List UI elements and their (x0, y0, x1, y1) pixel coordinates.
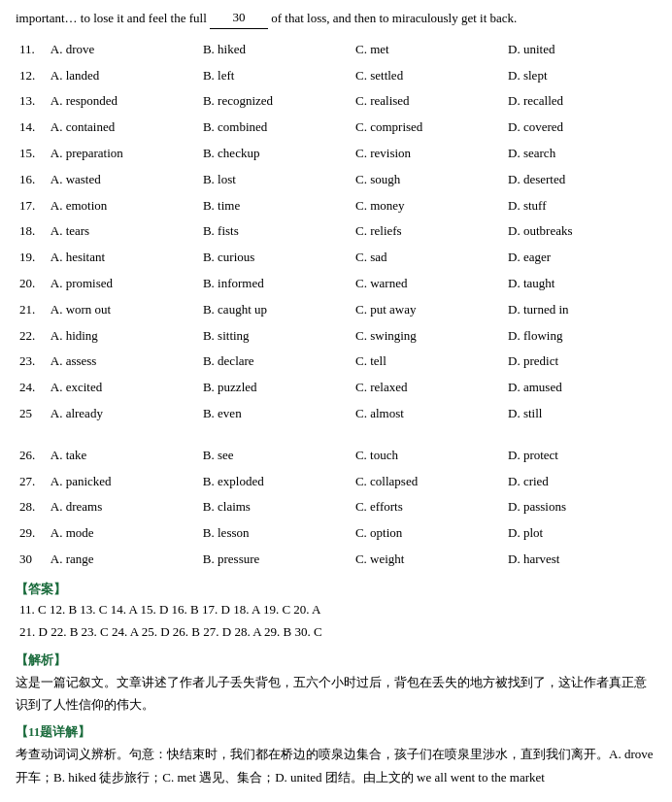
q-opt-a: A. worn out (47, 297, 199, 323)
table-row: 12. A. landed B. left C. settled D. slep… (16, 63, 656, 89)
q-opt-b: B. lost (199, 167, 352, 193)
table-row: 16. A. wasted B. lost C. sough D. desert… (16, 167, 656, 193)
answers-label: 【答案】 (16, 582, 66, 596)
q-opt-d: D. still (504, 401, 656, 427)
q-opt-c: C. almost (352, 401, 504, 427)
answers-row1: 11. C 12. B 13. C 14. A 15. D 16. B 17. … (19, 598, 656, 620)
q-num: 20. (16, 271, 47, 297)
q-num: 17. (16, 193, 47, 219)
q-opt-b: B. fists (199, 218, 352, 245)
q-opt-c: C. reliefs (352, 218, 504, 245)
table-row: 28. A. dreams B. claims C. efforts D. pa… (16, 494, 656, 520)
q-num: 27. (16, 469, 47, 495)
table-row: 21. A. worn out B. caught up C. put away… (16, 297, 656, 323)
q-opt-a: A. mode (47, 520, 199, 547)
q-opt-d: D. predict (504, 349, 656, 375)
analysis-label: 【解析】 (16, 652, 656, 669)
q-opt-a: A. dreams (47, 494, 199, 520)
q-opt-b: B. hiked (199, 37, 352, 63)
table-row: 26. A. take B. see C. touch D. protect (16, 443, 656, 469)
q-opt-c: C. sad (352, 245, 504, 271)
q-opt-a: A. hesitant (47, 245, 199, 271)
q-opt-d: D. harvest (504, 547, 656, 573)
q-opt-c: C. efforts (352, 494, 504, 520)
q-opt-a: A. promised (47, 271, 199, 297)
q-opt-b: B. checkup (199, 141, 352, 167)
q-opt-c: C. relaxed (352, 375, 504, 401)
q-opt-a: A. range (47, 547, 199, 573)
q-opt-d: D. taught (504, 271, 656, 297)
q-num: 14. (16, 115, 47, 141)
table-row: 15. A. preparation B. checkup C. revisio… (16, 141, 656, 167)
q-opt-d: D. deserted (504, 167, 656, 193)
top-paragraph: important… to lose it and feel the full … (16, 8, 656, 29)
q-opt-a: A. assess (47, 349, 199, 375)
q-opt-d: D. outbreaks (504, 218, 656, 245)
q-num: 23. (16, 349, 47, 375)
q-opt-d: D. stuff (504, 193, 656, 219)
q-num: 21. (16, 297, 47, 323)
q-opt-b: B. puzzled (199, 375, 352, 401)
table-row: 13. A. responded B. recognized C. realis… (16, 88, 656, 115)
q-opt-d: D. plot (504, 520, 656, 547)
table-row: 29. A. mode B. lesson C. option D. plot (16, 520, 656, 547)
q-opt-c: C. touch (352, 443, 504, 469)
q-opt-c: C. collapsed (352, 469, 504, 495)
q-opt-c: C. warned (352, 271, 504, 297)
q-opt-b: B. sitting (199, 323, 352, 350)
q-opt-c: C. sough (352, 167, 504, 193)
q-opt-a: A. take (47, 443, 199, 469)
q-opt-c: C. put away (352, 297, 504, 323)
q-opt-c: C. weight (352, 547, 504, 573)
q-num: 22. (16, 323, 47, 350)
q-num: 16. (16, 167, 47, 193)
q-opt-d: D. slept (504, 63, 656, 89)
q-num: 15. (16, 141, 47, 167)
q-opt-b: B. see (199, 443, 352, 469)
q-opt-d: D. eager (504, 245, 656, 271)
q-opt-a: A. tears (47, 218, 199, 245)
q-num: 28. (16, 494, 47, 520)
q-opt-b: B. even (199, 401, 352, 427)
detail-text: 考查动词词义辨析。句意：快结束时，我们都在桥边的喷泉边集合，孩子们在喷泉里涉水，… (16, 743, 656, 788)
q-opt-c: C. met (352, 37, 504, 63)
questions-table-2: 26. A. take B. see C. touch D. protect 2… (16, 443, 656, 573)
table-row: 20. A. promised B. informed C. warned D.… (16, 271, 656, 297)
q-opt-c: C. comprised (352, 115, 504, 141)
q-opt-d: D. search (504, 141, 656, 167)
q-opt-a: A. drove (47, 37, 199, 63)
q-opt-d: D. covered (504, 115, 656, 141)
q-opt-a: A. preparation (47, 141, 199, 167)
table-row: 17. A. emotion B. time C. money D. stuff (16, 193, 656, 219)
q-num: 25 (16, 401, 47, 427)
q-opt-a: A. emotion (47, 193, 199, 219)
table-row: 22. A. hiding B. sitting C. swinging D. … (16, 323, 656, 350)
questions-table-1: 11. A. drove B. hiked C. met D. united 1… (16, 37, 656, 435)
q-num: 18. (16, 218, 47, 245)
q-opt-b: B. recognized (199, 88, 352, 115)
q-opt-b: B. caught up (199, 297, 352, 323)
q-opt-c: C. settled (352, 63, 504, 89)
blank-number: 30 (210, 8, 268, 29)
q-opt-b: B. curious (199, 245, 352, 271)
q-num: 12. (16, 63, 47, 89)
table-row: 18. A. tears B. fists C. reliefs D. outb… (16, 218, 656, 245)
q-num: 13. (16, 88, 47, 115)
q-opt-d: D. turned in (504, 297, 656, 323)
q-opt-d: D. united (504, 37, 656, 63)
q-opt-a: A. wasted (47, 167, 199, 193)
top-text-before: important… to lose it and feel the full (16, 11, 207, 25)
q-opt-a: A. contained (47, 115, 199, 141)
q-opt-c: C. realised (352, 88, 504, 115)
q-opt-a: A. landed (47, 63, 199, 89)
q-opt-b: B. declare (199, 349, 352, 375)
q-opt-b: B. pressure (199, 547, 352, 573)
q-num: 29. (16, 520, 47, 547)
analysis-text: 这是一篇记叙文。文章讲述了作者儿子丢失背包，五六个小时过后，背包在丢失的地方被找… (16, 671, 656, 717)
q-opt-d: D. protect (504, 443, 656, 469)
answers-section: 【答案】 11. C 12. B 13. C 14. A 15. D 16. B… (16, 581, 656, 644)
q-opt-d: D. passions (504, 494, 656, 520)
q-opt-c: C. swinging (352, 323, 504, 350)
q-num: 30 (16, 547, 47, 573)
q-opt-b: B. left (199, 63, 352, 89)
